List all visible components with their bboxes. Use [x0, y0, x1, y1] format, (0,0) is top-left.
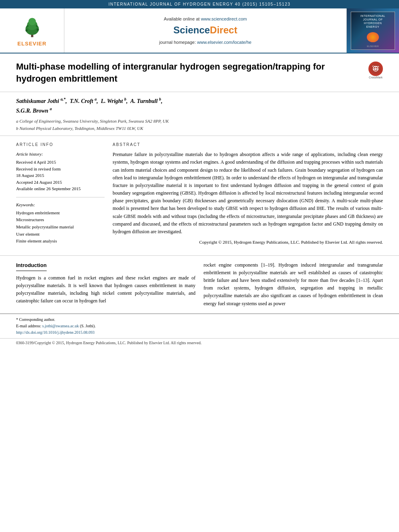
crossmark-icon: Cross Mark — [368, 62, 383, 76]
article-info-header: Article Info — [16, 142, 105, 148]
journal-cover-image: International Journal ofHYDROGENENERGY E… — [351, 12, 395, 50]
journal-cover-box: International Journal ofHYDROGENENERGY E… — [347, 8, 399, 53]
svg-point-4 — [25, 29, 28, 32]
author-brown: S.G.R. Brown — [16, 108, 48, 114]
keyword-4: User element — [16, 231, 105, 238]
cover-publisher: ELSEVIER — [367, 45, 378, 47]
author-wright: L. Wright — [101, 98, 123, 104]
title-section: Cross Mark CrossMark Multi-phase modelli… — [0, 53, 399, 92]
affil-a: a College of Engineering, Swansea Univer… — [16, 118, 383, 125]
email-line: E-mail address: s.jothi@swansea.ac.uk (S… — [16, 323, 383, 329]
header-area: ELSEVIER Available online at www.science… — [0, 8, 399, 53]
abstract-header: Abstract — [113, 142, 383, 148]
intro-left-text: Hydrogen is a common fuel in rocket engi… — [16, 274, 195, 305]
abstract-text: Premature failure in polycrystalline mat… — [113, 151, 383, 236]
author-jothi: Sathiskumar Jothi — [16, 98, 59, 104]
cover-title: International Journal ofHYDROGENENERGY — [353, 14, 393, 29]
authors-section: Sathiskumar Jothi a,*, T.N. Croft a, L. … — [0, 92, 399, 136]
intro-left-col: Introduction Hydrogen is a common fuel i… — [16, 261, 195, 308]
footnote-section: * Corresponding author. E-mail address: … — [0, 314, 399, 338]
svg-point-5 — [37, 29, 39, 31]
introduction-section: Introduction Hydrogen is a common fuel i… — [0, 256, 399, 314]
email-link[interactable]: s.jothi@swansea.ac.uk — [42, 324, 79, 328]
crossmark-label: CrossMark — [368, 76, 383, 79]
paper-title: Multi-phase modelling of intergranular h… — [16, 61, 383, 84]
keyword-3: Metallic polycrystalline material — [16, 224, 105, 231]
revised-date: 18 August 2015 — [16, 172, 105, 179]
intro-right-col: rocket engine components [1–19]. Hydroge… — [204, 261, 383, 308]
elsevier-wordmark: ELSEVIER — [17, 41, 46, 47]
content-columns: Article Info Article history: Received 4… — [0, 136, 399, 256]
sciencedirect-url[interactable]: www.sciencedirect.com — [201, 16, 247, 21]
accepted-date: Accepted 24 August 2015 — [16, 179, 105, 186]
affil-sup-a2: a — [95, 97, 97, 101]
affil-sup-b1: b — [124, 97, 126, 101]
introduction-title: Introduction — [16, 261, 47, 271]
svg-point-3 — [28, 18, 35, 25]
elsevier-logo-box: ELSEVIER — [0, 8, 64, 53]
keywords-label: Keywords: — [16, 201, 105, 208]
author-turnbull: A. Turnbull — [130, 98, 158, 104]
available-online-date: Available online 26 September 2015 — [16, 185, 105, 192]
intro-right-text: rocket engine components [1–19]. Hydroge… — [204, 261, 383, 308]
article-history-group: Article history: Received 4 April 2015 R… — [16, 151, 105, 192]
crossmark-badge: Cross Mark CrossMark — [368, 62, 383, 79]
affil-sup-b2: b — [159, 97, 161, 101]
doi-link[interactable]: http://dx.doi.org/10.1016/j.ijhydene.201… — [16, 329, 383, 336]
svg-point-7 — [36, 25, 37, 27]
keyword-2: Microstructures — [16, 216, 105, 224]
intro-columns: Introduction Hydrogen is a common fuel i… — [16, 261, 383, 308]
authors-line: Sathiskumar Jothi a,*, T.N. Croft a, L. … — [16, 96, 383, 115]
sciencedirect-logo: ScienceDirect — [173, 25, 237, 36]
bottom-copyright: 0360-3199/Copyright © 2015, Hydrogen Ene… — [0, 338, 399, 347]
keyword-5: Finite element analysis — [16, 238, 105, 245]
journal-homepage-link[interactable]: www.elsevier.com/locate/he — [197, 40, 251, 45]
abstract-copyright: Copyright © 2015, Hydrogen Energy Public… — [113, 239, 383, 246]
affil-sup-a1: a,* — [61, 97, 66, 101]
corresponding-label: * Corresponding author. — [16, 316, 383, 323]
center-header: Available online at www.sciencedirect.co… — [64, 8, 347, 53]
email-suffix: (S. Jothi). — [80, 324, 96, 328]
keywords-group: Keywords: Hydrogen embrittlement Microst… — [16, 201, 105, 245]
divider-1 — [16, 197, 105, 197]
revised-label: Received in revised form — [16, 166, 105, 173]
keyword-1: Hydrogen embrittlement — [16, 210, 105, 217]
available-online-text: Available online at www.sciencedirect.co… — [164, 16, 247, 21]
svg-point-6 — [27, 25, 29, 27]
email-label: E-mail address: — [16, 324, 41, 328]
journal-homepage-text: journal homepage: www.elsevier.com/locat… — [159, 40, 251, 45]
author-croft: T.N. Croft — [70, 98, 93, 104]
received-date: Received 4 April 2015 — [16, 159, 105, 166]
article-history-label: Article history: — [16, 151, 105, 158]
article-info-column: Article Info Article history: Received 4… — [16, 142, 105, 250]
journal-top-bar: International Journal of Hydrogen Energy… — [0, 0, 399, 8]
affiliations: a College of Engineering, Swansea Univer… — [16, 118, 383, 132]
affil-b: b National Physical Laboratory, Teddingt… — [16, 125, 383, 132]
cover-graphic-circle — [367, 32, 379, 42]
elsevier-tree-icon — [16, 15, 48, 39]
affil-sup-a3: a — [50, 107, 52, 111]
abstract-column: Abstract Premature failure in polycrysta… — [113, 142, 383, 250]
